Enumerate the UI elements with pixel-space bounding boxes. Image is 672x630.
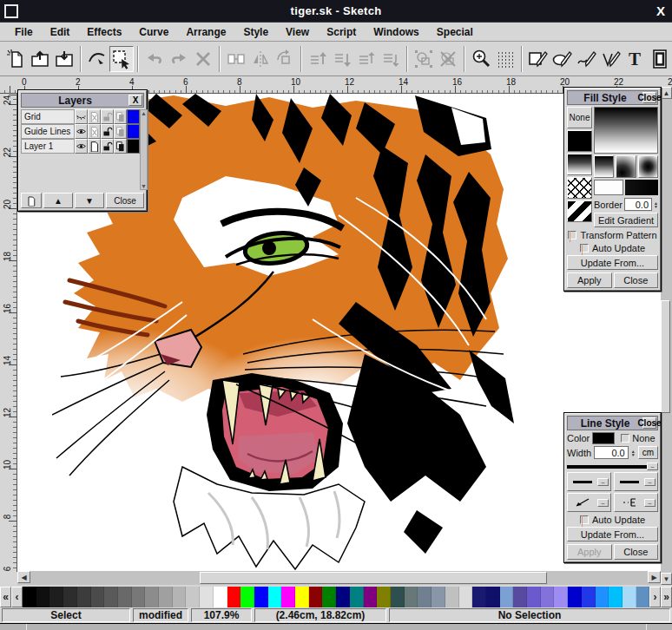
layer-color-swatch[interactable] — [127, 139, 140, 154]
color-swatch[interactable] — [459, 587, 473, 607]
line-width-field[interactable]: 0.0 — [594, 446, 629, 459]
save-tool-icon[interactable] — [52, 46, 76, 72]
fill-none-button[interactable]: None — [567, 107, 592, 128]
border-value-field[interactable]: 0.0 — [624, 198, 652, 211]
layer-outline-icon[interactable] — [114, 109, 127, 124]
layer-lock-icon[interactable] — [101, 124, 114, 139]
line-preview-dropdown[interactable]: – — [647, 463, 658, 470]
freehand-tool-icon[interactable] — [575, 46, 599, 72]
layers-scroll-up-icon[interactable]: ▲ — [141, 110, 147, 116]
color-swatch[interactable] — [49, 587, 63, 607]
dash-pattern-select[interactable]: – — [567, 472, 611, 491]
fill-panel-titlebar[interactable]: Fill Style Close — [567, 90, 658, 105]
color-swatch[interactable] — [391, 587, 405, 607]
color-swatch[interactable] — [500, 587, 514, 607]
fill-panel-close-icon[interactable]: Close — [642, 92, 656, 103]
color-swatch[interactable] — [118, 587, 132, 607]
line-color-swatch[interactable] — [592, 432, 615, 444]
line-none-checkbox[interactable] — [621, 434, 629, 443]
color-swatch[interactable] — [609, 587, 623, 607]
color-swatch[interactable] — [377, 587, 391, 607]
image-tool-icon[interactable] — [648, 46, 672, 72]
color-swatch[interactable] — [240, 587, 254, 607]
color-swatch[interactable] — [200, 587, 214, 607]
color-swatch[interactable] — [636, 587, 650, 607]
menu-edit[interactable]: Edit — [43, 24, 78, 40]
to-back-tool-icon[interactable] — [330, 46, 354, 72]
border-spinner[interactable]: ▲▼ — [654, 201, 658, 208]
color-swatch[interactable] — [63, 587, 77, 607]
color-swatch[interactable] — [541, 587, 555, 607]
line-apply-button[interactable]: Apply — [567, 544, 612, 560]
raise-tool-icon[interactable] — [354, 46, 379, 72]
color-swatch[interactable] — [186, 587, 200, 607]
layer-outline-icon[interactable] — [114, 124, 127, 139]
layer-outline-icon[interactable] — [114, 139, 127, 154]
color-swatch[interactable] — [214, 587, 227, 607]
gradient-start-swatch[interactable] — [594, 180, 623, 195]
color-swatch[interactable] — [322, 587, 336, 607]
color-swatch[interactable] — [132, 587, 146, 607]
rotate-tool-icon[interactable] — [273, 46, 297, 72]
vertical-ruler[interactable]: 242220181614121086 — [0, 94, 17, 572]
dash-dropdown-icon[interactable]: – — [597, 478, 609, 486]
line-update-from-button[interactable]: Update From... — [567, 527, 658, 541]
ellipse-tool-icon[interactable] — [550, 46, 575, 72]
fill-auto-update-checkbox[interactable] — [580, 244, 589, 253]
menu-special[interactable]: Special — [429, 24, 481, 40]
scroll-down-button[interactable]: ▼ — [661, 573, 672, 585]
color-swatch[interactable] — [336, 587, 350, 607]
color-swatch[interactable] — [227, 587, 241, 607]
color-swatch[interactable] — [350, 587, 364, 607]
to-front-tool-icon[interactable] — [306, 46, 330, 72]
new-layer-button[interactable] — [21, 193, 42, 208]
layer-print-icon[interactable] — [88, 124, 101, 139]
flip-tool-icon[interactable] — [248, 46, 273, 72]
palette-next-icon[interactable]: › — [649, 587, 661, 607]
scroll-left-button[interactable]: ◀ — [17, 571, 30, 583]
color-swatch[interactable] — [77, 587, 91, 607]
layer-row-grid[interactable]: Grid — [21, 109, 140, 124]
line-panel-close-icon[interactable]: Close — [642, 417, 656, 429]
color-swatch[interactable] — [432, 587, 445, 607]
palette-last-icon[interactable]: » — [661, 587, 672, 607]
menu-windows[interactable]: Windows — [366, 24, 427, 40]
scroll-up-button[interactable]: ▲ — [661, 87, 672, 99]
fill-close-button[interactable]: Close — [614, 272, 659, 288]
radial-gradient-button[interactable] — [638, 155, 658, 178]
arrow-start-select[interactable]: – — [567, 493, 611, 512]
layer-lock-icon[interactable] — [101, 139, 114, 154]
arrow-end-dropdown-icon[interactable]: – — [644, 499, 656, 507]
line-close-button[interactable]: Close — [614, 544, 659, 560]
color-swatch[interactable] — [159, 587, 173, 607]
fill-update-from-button[interactable]: Update From... — [567, 255, 658, 270]
menu-view[interactable]: View — [278, 24, 317, 40]
color-swatch[interactable] — [173, 587, 187, 607]
layer-name-label[interactable]: Grid — [21, 109, 75, 124]
gradient-end-swatch[interactable] — [625, 180, 658, 195]
fill-hatch-button[interactable] — [567, 177, 592, 199]
rectangle-tool-icon[interactable] — [526, 46, 550, 72]
edit-curve-tool-icon[interactable] — [85, 46, 109, 72]
duplicate-tool-icon[interactable] — [224, 46, 248, 72]
dash-dropdown-icon-2[interactable]: – — [644, 478, 656, 486]
line-unit-button[interactable]: cm — [638, 446, 658, 459]
line-panel-titlebar[interactable]: Line Style Close — [567, 416, 658, 430]
color-swatch[interactable] — [486, 587, 500, 607]
palette-prev-icon[interactable]: ‹ — [11, 587, 23, 607]
menu-curve[interactable]: Curve — [131, 24, 176, 40]
layers-panel-titlebar[interactable]: Layers X — [21, 93, 144, 108]
layer-visible-icon[interactable] — [75, 124, 88, 139]
palette-first-icon[interactable]: « — [0, 587, 11, 607]
open-tool-icon[interactable] — [28, 46, 52, 72]
color-swatch[interactable] — [364, 587, 378, 607]
layer-color-swatch[interactable] — [127, 109, 140, 124]
linear-gradient-button[interactable] — [594, 155, 614, 178]
line-width-spinner[interactable]: ▲▼ — [631, 450, 636, 456]
layer-row-guide-lines[interactable]: Guide Lines — [21, 124, 140, 139]
layer-color-swatch[interactable] — [127, 124, 140, 139]
vertical-scrollbar[interactable]: ▲ ▼ — [661, 87, 672, 585]
layer-up-button[interactable]: ▲ — [43, 193, 73, 208]
color-swatch[interactable] — [145, 587, 159, 607]
color-swatch[interactable] — [513, 587, 527, 607]
